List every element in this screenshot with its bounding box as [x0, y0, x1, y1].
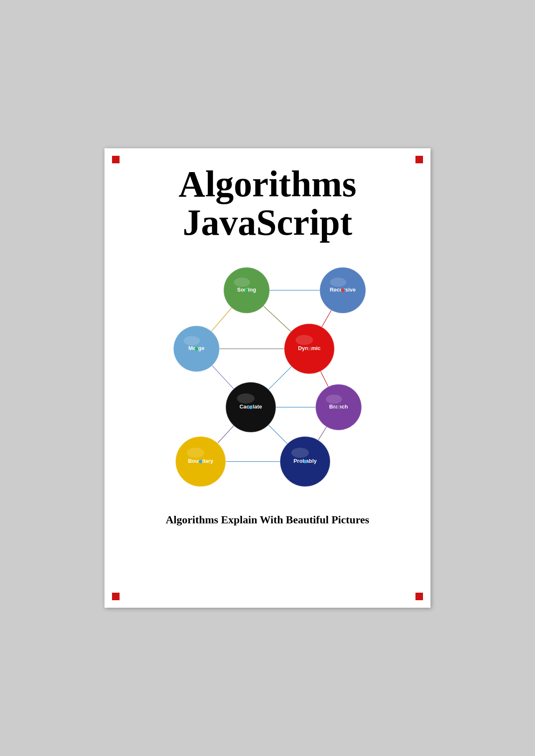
svg-point-20 — [184, 336, 200, 345]
svg-point-14 — [234, 278, 250, 287]
svg-point-61 — [199, 460, 202, 463]
svg-point-47 — [195, 347, 198, 350]
corner-top-left — [112, 156, 120, 163]
svg-point-17 — [330, 278, 346, 287]
algorithm-diagram: SortingRecursiveMergeDynamicCaculateBran… — [150, 255, 385, 497]
svg-point-43 — [341, 289, 344, 292]
svg-point-41 — [245, 289, 248, 292]
svg-point-26 — [237, 393, 255, 403]
svg-point-23 — [296, 335, 313, 345]
svg-point-32 — [187, 448, 204, 458]
svg-point-59 — [337, 406, 340, 409]
subtitle: Algorithms Explain With Beautiful Pictur… — [166, 514, 369, 526]
corner-bottom-right — [415, 593, 423, 600]
diagram-container: SortingRecursiveMergeDynamicCaculateBran… — [125, 255, 410, 497]
svg-point-51 — [308, 347, 311, 350]
svg-point-62 — [303, 460, 307, 463]
corner-top-right — [415, 156, 423, 163]
svg-point-29 — [326, 395, 342, 404]
title-block: Algorithms JavaScript — [178, 165, 356, 242]
title-line2: JavaScript — [178, 203, 356, 242]
title-line1: Algorithms — [178, 165, 356, 203]
corner-bottom-left — [112, 593, 120, 600]
page: Algorithms JavaScript SortingRecursiveMe… — [104, 148, 431, 608]
svg-point-35 — [291, 448, 309, 458]
svg-point-57 — [249, 406, 252, 409]
